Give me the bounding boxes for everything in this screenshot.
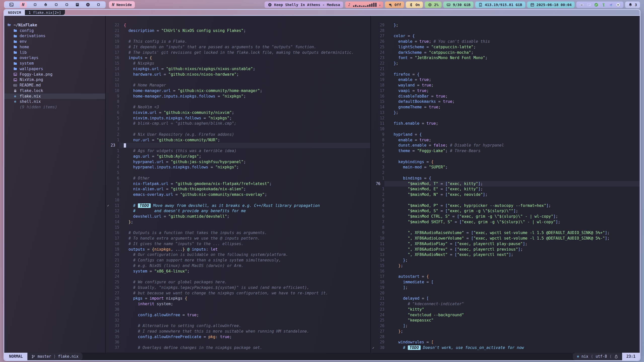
code-line[interactable]: 10 ", XF86AudioLowerVolume" = ["exec, wp… bbox=[371, 236, 640, 241]
code-line[interactable]: 19 enable = true; bbox=[371, 77, 640, 83]
spotify-tray-icon[interactable] bbox=[616, 3, 620, 7]
code-line[interactable]: 10 home-manager.url = "github:nix-commun… bbox=[106, 88, 370, 94]
code-line[interactable]: 32 bbox=[106, 318, 370, 323]
code-line[interactable]: 8 nix-alien.url = "github:thiagokokada/n… bbox=[106, 187, 370, 192]
tree-item-overlays[interactable]: overlays bbox=[4, 55, 105, 61]
code-line[interactable]: 6 theme = "Foggy-Lake"; # Three-Bears bbox=[371, 148, 640, 154]
neovide-icon[interactable]: N bbox=[20, 2, 27, 8]
code-line[interactable]: 9 hyprland = { bbox=[371, 132, 640, 137]
code-line[interactable]: 22 }; bbox=[371, 61, 640, 66]
code-line[interactable]: 76 "$mainMod, T" = ["exec, kitty"]; bbox=[371, 181, 640, 187]
code-line[interactable]: 19 # This config is a Flake. bbox=[106, 39, 370, 44]
code-line[interactable]: 3 bbox=[106, 126, 370, 132]
code-line[interactable]: 20 firefox = { bbox=[371, 72, 640, 77]
clock-pill[interactable]: 2025-06-18 00:04 bbox=[527, 2, 575, 8]
code-line[interactable]: 4 hyprpanel.inputs.nixpkgs.follows = "ni… bbox=[106, 165, 370, 170]
code-line[interactable]: 17 # To handle extra arguments we use th… bbox=[106, 236, 370, 241]
code-line[interactable]: 22{ bbox=[106, 22, 370, 28]
code-line[interactable]: 30 bbox=[106, 307, 370, 312]
code-line[interactable]: 19 ]; bbox=[371, 285, 640, 290]
code-line[interactable]: 9 home-manager.inputs.nixpkgs.follows = … bbox=[106, 94, 370, 99]
code-line[interactable]: 18 # It gives the name "inputs" to the .… bbox=[106, 241, 370, 247]
code-line[interactable]: 2 # Nix User Repository (e.g. Firefox ad… bbox=[106, 132, 370, 137]
code-line[interactable]: 7 "$mainMod SHIFT, S" = ["exec, grim -g … bbox=[371, 219, 640, 225]
tree-item-nixvim.png[interactable]: NixVim.png bbox=[4, 77, 105, 83]
tab-buffer-flake-nix[interactable]: 1 flake.nix[2+] bbox=[25, 10, 65, 15]
tree-item-env[interactable]: env bbox=[4, 39, 105, 44]
tree-item--9-hidden-items-[interactable]: (9 hidden items) bbox=[4, 104, 105, 110]
code-line[interactable]: 18 # It depends on "inputs" that are pas… bbox=[106, 44, 370, 50]
check-circle-icon[interactable] bbox=[594, 3, 598, 7]
code-line[interactable]: 33 # Alternative to setting config.allow… bbox=[106, 323, 370, 329]
window-icon[interactable] bbox=[64, 3, 69, 7]
code-line[interactable]: 7 nix-flatpak.url = "github:gmodena/nix-… bbox=[106, 181, 370, 187]
code-line[interactable]: 18 wayland = true; bbox=[371, 82, 640, 88]
code-line[interactable]: 24 darkScheme = "catppuccin-mocha"; bbox=[371, 50, 640, 55]
tree-item-flake.lock[interactable]: flake.lock bbox=[4, 88, 105, 94]
code-line[interactable]: 25 "keepassxc" bbox=[371, 318, 640, 323]
code-line[interactable]: 27 color = { bbox=[371, 33, 640, 39]
code-line[interactable]: 37 # Overlays define changes in the nixp… bbox=[106, 345, 370, 350]
code-line[interactable]: 10 bbox=[106, 197, 370, 203]
window-icon[interactable] bbox=[33, 3, 37, 7]
window-icon[interactable] bbox=[96, 3, 101, 7]
active-window-pill[interactable]: N Neovide bbox=[109, 1, 135, 8]
code-line[interactable]: 7 # NeoVim <3 bbox=[106, 104, 370, 110]
code-line[interactable]: 4 "$mainMod, P" = ["exec, hyprpicker --a… bbox=[371, 203, 640, 208]
tree-item-shell.nix[interactable]: ❄shell.nix bbox=[4, 99, 105, 105]
code-line[interactable]: 17 # The inputs' git revisions get locke… bbox=[106, 50, 370, 55]
code-line[interactable]: 1 nur.url = "github:nix-community/NUR"; bbox=[106, 137, 370, 143]
code-line[interactable]: 20 # Our configuration is buildable on t… bbox=[106, 252, 370, 258]
code-line[interactable]: 27 }; bbox=[371, 329, 640, 334]
code-line[interactable]: 5 bbox=[106, 170, 370, 175]
code-line[interactable]: 28 bbox=[371, 28, 640, 33]
editor-pane-right[interactable]: 29 };2827 color = {26 enable = true; # Y… bbox=[371, 16, 640, 353]
code-line[interactable]: 20 bbox=[371, 290, 640, 296]
code-line[interactable]: 26 enable = true; # You can't disable th… bbox=[371, 39, 640, 44]
code-line[interactable]: 24 bbox=[106, 274, 370, 280]
tree-item-readme.md[interactable]: README.md bbox=[4, 82, 105, 88]
code-line[interactable]: 24 "nextcloud --background" bbox=[371, 312, 640, 318]
code-line[interactable]: 20 bbox=[106, 33, 370, 39]
code-line[interactable]: 21 delayed = [ bbox=[371, 296, 640, 301]
code-line[interactable]: 13 }; bbox=[371, 110, 640, 115]
code-line[interactable]: 12 # and doesn't provide any benefits fo… bbox=[106, 208, 370, 214]
bluetooth-pill[interactable]: On bbox=[406, 2, 423, 8]
code-line[interactable]: 18 immediate = [ bbox=[371, 279, 640, 285]
code-line[interactable]: 5 nixvim.inputs.nixpkgs.follows = "nixpk… bbox=[106, 115, 370, 121]
code-line[interactable]: 4 # blink-cmp.url = "github:saghen/blink… bbox=[106, 121, 370, 126]
tab-neovim[interactable]: NEOVIM bbox=[4, 10, 25, 15]
stack-icon[interactable] bbox=[75, 3, 79, 7]
code-line[interactable]: 21 # Configs can support more than a sin… bbox=[106, 257, 370, 263]
code-line[interactable]: 13 ", XF86AudioNext" = ["exec, playerctl… bbox=[371, 252, 640, 258]
code-line[interactable]: 11 # Home Manager bbox=[106, 82, 370, 88]
code-line[interactable]: 4 keybindings = { bbox=[371, 159, 640, 165]
code-line[interactable]: 28 bbox=[371, 334, 640, 340]
code-line[interactable]: 27 # but because we want to change the n… bbox=[106, 290, 370, 296]
code-line[interactable]: 3 main-mod = "SUPER"; bbox=[371, 165, 640, 170]
code-line[interactable]: 23 "kitty" bbox=[371, 307, 640, 312]
code-line[interactable]: 29 windowrules = [ bbox=[371, 340, 640, 345]
code-line[interactable]: 16 # Outputs is a function that takes th… bbox=[106, 230, 370, 236]
code-line[interactable]: 16 inputs = { bbox=[106, 55, 370, 61]
code-line[interactable]: 16 bbox=[371, 268, 640, 274]
code-line[interactable]: 6 nixvim.url = "github:nix-community/nix… bbox=[106, 110, 370, 115]
terminal-icon[interactable] bbox=[9, 3, 14, 7]
code-line[interactable]: 3 hyprpanel.url = "github:jas-singhfsu/h… bbox=[106, 159, 370, 165]
code-line[interactable]: 12 bbox=[106, 77, 370, 83]
tree-item-lib[interactable]: lib bbox=[4, 50, 105, 55]
code-line[interactable]: 1 # Ags for widgets (this was a terrible… bbox=[106, 148, 370, 154]
code-line[interactable]: 8 bbox=[371, 225, 640, 230]
code-line[interactable]: 15 defaultBookmarks = true; bbox=[371, 99, 640, 105]
code-line[interactable]: 6 # Other bbox=[106, 175, 370, 181]
tree-item-config[interactable]: config bbox=[4, 28, 105, 33]
disk-pill[interactable]: 413.19/915.81 GiB bbox=[475, 2, 525, 8]
code-line[interactable]: 19 outputs = {nixpkgs, ...} @ inputs: le… bbox=[106, 247, 370, 252]
code-line[interactable]: 26 ]; bbox=[371, 323, 640, 329]
code-line[interactable]: 16 disableTabBar = true; bbox=[371, 94, 640, 99]
code-line[interactable]: 29 }; bbox=[371, 22, 640, 28]
code-line[interactable]: 1 "$mainMod, E" = ["exec, kitty"]; bbox=[371, 187, 640, 192]
code-line[interactable]: ✓11 # TODO Move away from devshell, as i… bbox=[106, 203, 370, 208]
cpu-pill[interactable]: 2% bbox=[425, 2, 441, 8]
code-line[interactable]: 23 system = "x86_64-linux"; bbox=[106, 268, 370, 274]
